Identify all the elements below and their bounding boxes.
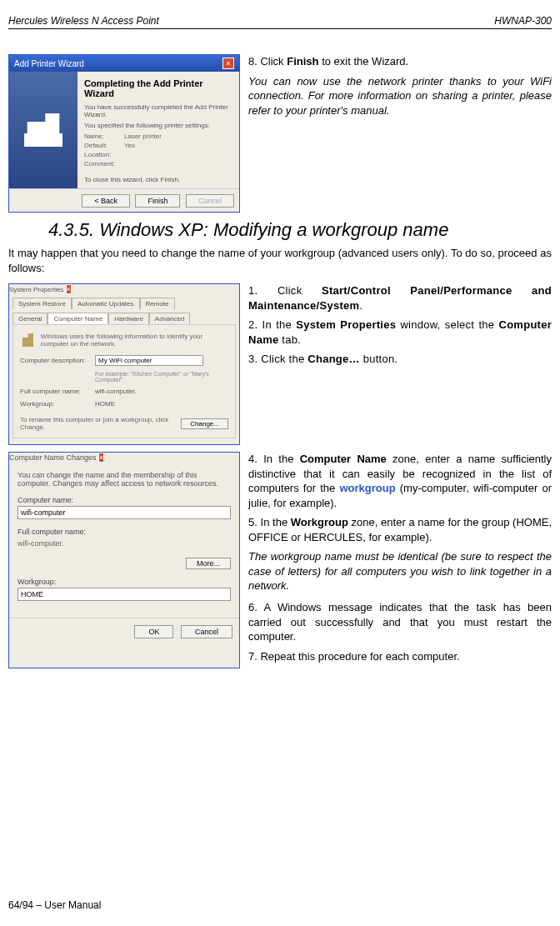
kv-comment-label: Comment:	[84, 160, 124, 168]
header-right: HWNAP-300	[494, 15, 552, 27]
fullname-value: wifi-computer.	[18, 538, 231, 549]
wizard-heading: Completing the Add Printer Wizard	[84, 78, 232, 98]
sysprop-titlebar: System Properties ×	[9, 284, 239, 294]
step-8: 8. Click Finish to exit the Wizard.	[248, 54, 552, 69]
workgroup-label: Workgroup:	[18, 578, 231, 586]
more-button[interactable]: More...	[186, 558, 231, 569]
back-button[interactable]: < Back	[82, 194, 130, 208]
desc-input[interactable]	[95, 355, 203, 366]
cname-label: Computer name:	[18, 496, 231, 504]
kv-default-label: Default:	[84, 142, 124, 149]
tab-automatic-updates[interactable]: Automatic Updates	[72, 298, 140, 309]
step-4: 4. In the Computer Name zone, enter a na…	[248, 452, 552, 510]
cname-input[interactable]	[18, 506, 231, 519]
screenshot-computer-name-changes: Computer Name Changes × You can change t…	[8, 452, 240, 668]
wizard-titlebar: Add Printer Wizard ×	[9, 55, 239, 72]
section-heading: 4.3.5. Windows XP: Modifying a workgroup…	[48, 219, 552, 241]
change-button[interactable]: Change...	[181, 418, 228, 429]
finish-button[interactable]: Finish	[135, 194, 180, 208]
wizard-sidebar	[9, 72, 78, 188]
block1-text: 8. Click Finish to exit the Wizard. You …	[248, 54, 552, 123]
page-header: Hercules Wireless N Access Point HWNAP-3…	[8, 15, 552, 29]
wizard-buttons: < Back Finish Cancel	[9, 188, 239, 213]
full-label: Full computer name:	[20, 388, 95, 395]
block-sysprop: System Properties × System Restore Autom…	[8, 283, 552, 445]
kv-location-label: Location:	[84, 151, 124, 158]
full-value: wifi-computer.	[95, 388, 228, 395]
kv-name-label: Name:	[84, 133, 124, 140]
cancel-button[interactable]: Cancel	[186, 194, 234, 208]
workgroup-input[interactable]	[18, 588, 231, 601]
system-properties-window: System Properties × System Restore Autom…	[8, 283, 240, 445]
wg-value: HOME	[95, 400, 228, 408]
workgroup-link[interactable]: workgroup	[339, 482, 395, 494]
namechg-title: Computer Name Changes	[9, 453, 97, 462]
wizard-close-text: To close this wizard, click Finish.	[84, 176, 232, 183]
kv-default-value: Yes	[124, 142, 232, 149]
tab-hardware[interactable]: Hardware	[108, 313, 149, 324]
namechg-titlebar: Computer Name Changes ×	[9, 453, 239, 463]
steps-4-7: 4. In the Computer Name zone, enter a na…	[248, 452, 552, 668]
block-namechange: Computer Name Changes × You can change t…	[8, 452, 552, 668]
step-6: 6. A Windows message indicates that the …	[248, 600, 552, 644]
step-3: 3. Click the Change… button.	[248, 352, 552, 367]
screenshot-system-properties: System Properties × System Restore Autom…	[8, 283, 240, 445]
step-1: 1. Click Start/Control Panel/Performance…	[248, 283, 552, 313]
close-icon[interactable]: ×	[98, 453, 104, 463]
workgroup-note: The workgroup name must be identical (be…	[248, 549, 552, 593]
sysprop-title: System Properties	[9, 286, 63, 293]
wizard-intro: You have successfully completed the Add …	[84, 103, 232, 118]
desc-label: Computer description:	[20, 357, 95, 364]
tab-remote[interactable]: Remote	[140, 298, 175, 309]
tab-computer-name[interactable]: Computer Name	[48, 313, 108, 324]
close-icon[interactable]: ×	[222, 58, 234, 69]
namechg-intro: You can change the name and the membersh…	[18, 471, 231, 488]
kv-location-value	[124, 151, 232, 158]
step-2: 2. In the System Properties window, sele…	[248, 318, 552, 347]
cancel-button[interactable]: Cancel	[181, 625, 232, 638]
block-wizard: Add Printer Wizard × Completing the Add …	[8, 54, 552, 213]
change-text: To rename this computer or join a workgr…	[20, 416, 181, 431]
tab-advanced[interactable]: Advanced	[149, 313, 191, 324]
block1-note: You can now use the network printer than…	[248, 74, 552, 118]
wg-label: Workgroup:	[20, 400, 95, 408]
kv-comment-value	[124, 160, 232, 168]
kv-name-value: Laser printer	[124, 133, 232, 140]
close-icon[interactable]: ×	[66, 284, 72, 294]
fullname-label: Full computer name:	[18, 528, 231, 536]
desc-hint: For example: "Kitchen Computer" or "Mary…	[95, 371, 228, 383]
steps-1-3: 1. Click Start/Control Panel/Performance…	[248, 283, 552, 372]
step-5: 5. In the Workgroup zone, enter a name f…	[248, 515, 552, 544]
ok-button[interactable]: OK	[134, 625, 173, 638]
section-intro: It may happen that you need to change th…	[8, 246, 552, 275]
printer-icon	[24, 113, 62, 147]
computer-name-changes-window: Computer Name Changes × You can change t…	[8, 452, 240, 668]
step-7: 7. Repeat this procedure for each comput…	[248, 649, 552, 664]
wizard-title: Add Printer Wizard	[14, 59, 84, 68]
wizard-settings-intro: You specified the following printer sett…	[84, 122, 232, 129]
header-left: Hercules Wireless N Access Point	[8, 15, 159, 27]
tab-general[interactable]: General	[12, 313, 48, 324]
screenshot-add-printer-wizard: Add Printer Wizard × Completing the Add …	[8, 54, 240, 213]
page-footer: 64/94 – User Manual	[8, 899, 101, 911]
computer-icon	[20, 332, 36, 348]
add-printer-wizard-window: Add Printer Wizard × Completing the Add …	[8, 54, 240, 213]
tab-system-restore[interactable]: System Restore	[12, 298, 72, 309]
sysprop-info: Windows uses the following information t…	[41, 333, 228, 348]
